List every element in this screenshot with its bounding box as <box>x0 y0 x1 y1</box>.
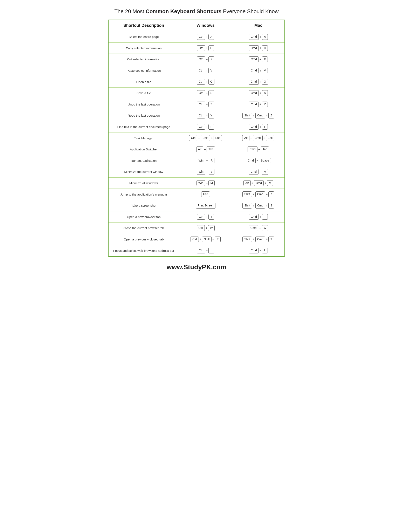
table-row: Find text in the current document/pageCt… <box>108 121 285 133</box>
key-badge: Cmd <box>249 34 259 40</box>
shortcuts-table: Shortcut Description Windows Mac Select … <box>108 20 285 256</box>
table-row: Open a previously closed tabCtrl+Shift+T… <box>108 234 285 245</box>
key-badge: ↓ <box>209 169 214 175</box>
key-separator: + <box>259 170 261 173</box>
key-separator: + <box>260 125 261 128</box>
keys-combo: Cmd+F <box>249 124 268 130</box>
keys-combo: Ctrl+L <box>197 248 214 253</box>
keys-combo: Cmd+V <box>249 68 268 74</box>
keys-combo: Alt+Cmd+M <box>243 180 273 186</box>
keys-combo: Cmd+X <box>249 56 268 62</box>
key-badge: O <box>208 79 214 85</box>
key-badge: Z <box>208 102 214 107</box>
key-badge: Print Screen <box>196 203 216 208</box>
key-badge: Cmd <box>255 203 265 208</box>
keys-combo: Shift+Cmd+T <box>242 236 274 242</box>
shortcut-description: Minimize the current window <box>108 166 179 177</box>
key-separator: + <box>206 92 208 95</box>
shortcut-windows: Ctrl+Z <box>179 99 232 110</box>
shortcut-windows: Ctrl+F <box>179 121 232 133</box>
key-separator: + <box>260 103 261 106</box>
key-separator: + <box>253 204 254 207</box>
key-badge: Alt <box>196 147 203 152</box>
key-badge: Ctrl <box>197 45 205 51</box>
key-badge: Z <box>262 102 268 107</box>
key-badge: W <box>208 225 214 231</box>
keys-combo: Shift+Cmd+/ <box>242 192 274 197</box>
table-row: Jump to the application's menubarF10Shif… <box>108 189 285 200</box>
keys-combo: Ctrl+S <box>197 90 214 96</box>
key-badge: Ctrl <box>197 90 205 96</box>
shortcut-description: Undo the last operation <box>108 99 179 110</box>
shortcut-mac: Cmd+W <box>232 222 285 234</box>
shortcut-windows: Ctrl+A <box>179 31 232 43</box>
shortcut-mac: Shift+Cmd+Z <box>232 110 285 121</box>
key-badge: X <box>262 56 268 62</box>
key-badge: Y <box>208 113 214 118</box>
keys-combo: Cmd+Tab <box>248 147 269 152</box>
shortcut-description: Task Manager <box>108 133 179 144</box>
key-separator: + <box>212 237 214 241</box>
shortcut-description: Open a file <box>108 76 179 88</box>
footer-url: www.StudyPK.com <box>108 263 285 271</box>
key-badge: Cmd <box>254 180 264 186</box>
shortcut-windows: Ctrl+W <box>179 222 232 234</box>
key-separator: + <box>253 237 254 241</box>
shortcut-description: Cut selected information <box>108 54 179 65</box>
key-badge: Z <box>268 113 274 118</box>
key-separator: + <box>253 114 254 117</box>
shortcut-description: Minimize all windows <box>108 177 179 189</box>
table-header-row: Shortcut Description Windows Mac <box>108 20 285 31</box>
key-badge: Alt <box>242 135 249 141</box>
page-container: The 20 Most Common Keyboard Shortcuts Ev… <box>108 8 285 271</box>
key-separator: + <box>200 237 201 241</box>
key-badge: Cmd <box>249 124 259 130</box>
shortcut-mac: Alt+Cmd+Esc <box>232 133 285 144</box>
key-badge: 3 <box>268 203 274 208</box>
key-separator: + <box>263 136 265 140</box>
key-badge: Win <box>197 169 205 175</box>
table-row: Focus and select web browser's address b… <box>108 245 285 256</box>
key-separator: + <box>266 114 268 117</box>
key-badge: T <box>268 236 274 242</box>
key-badge: Ctrl <box>197 56 205 62</box>
key-separator: + <box>206 46 208 50</box>
shortcut-mac: Cmd+O <box>232 76 285 88</box>
key-badge: L <box>208 248 214 253</box>
shortcut-mac: Cmd+Tab <box>232 144 285 155</box>
key-badge: F <box>262 124 268 130</box>
shortcut-description: Jump to the application's menubar <box>108 189 179 200</box>
key-badge: A <box>208 34 214 40</box>
key-separator: + <box>206 58 208 61</box>
key-badge: Win <box>197 158 205 164</box>
shortcut-mac: Cmd+T <box>232 211 285 222</box>
key-badge: Cmd <box>249 225 259 231</box>
key-separator: + <box>206 80 207 84</box>
key-separator: + <box>253 193 254 196</box>
page-title: The 20 Most Common Keyboard Shortcuts Ev… <box>108 8 285 15</box>
keys-combo: F10 <box>201 192 210 197</box>
key-separator: + <box>250 136 252 140</box>
key-separator: + <box>258 148 260 151</box>
keys-combo: Cmd+T <box>249 214 268 220</box>
key-badge: Cmd <box>249 79 259 85</box>
shortcut-mac: Cmd+Z <box>232 99 285 110</box>
shortcut-windows: F10 <box>179 189 232 200</box>
keys-combo: Ctrl+Shift+T <box>191 236 221 242</box>
table-row: Save a fileCtrl+SCmd+S <box>108 87 285 99</box>
key-separator: + <box>206 249 208 252</box>
key-badge: Cmd <box>249 169 259 175</box>
key-badge: L <box>262 248 268 253</box>
table-row: Minimize all windowsWin+MAlt+Cmd+M <box>108 177 285 189</box>
shortcut-mac: Cmd+F <box>232 121 285 133</box>
keys-combo: Cmd+O <box>249 79 268 85</box>
key-separator: + <box>211 136 213 140</box>
key-separator: + <box>206 215 208 218</box>
key-badge: Cmd <box>249 102 259 107</box>
shortcut-description: Run an Application <box>108 155 179 166</box>
keys-combo: Win+R <box>197 158 214 164</box>
shortcut-mac: Shift+Cmd+3 <box>232 200 285 211</box>
keys-combo: Cmd+C <box>249 45 268 51</box>
table-row: Application SwitcherAlt+TabCmd+Tab <box>108 144 285 155</box>
key-separator: + <box>206 103 208 106</box>
